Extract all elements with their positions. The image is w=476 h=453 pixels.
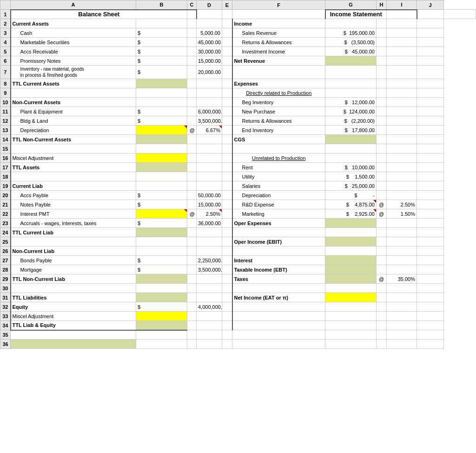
ttl-liabilities-label: TTL Liabilities xyxy=(11,293,136,302)
r31-ce xyxy=(222,293,232,302)
r4-ce xyxy=(222,38,232,47)
r18-ca xyxy=(11,172,136,181)
r2-cb xyxy=(136,19,187,28)
unrelated-label: Unrelated to Production xyxy=(232,153,325,163)
bldg-value: 3,500,000.00 xyxy=(197,116,222,126)
r8-ch xyxy=(377,79,387,88)
r14-cb xyxy=(136,135,187,144)
r22-ch-at: @ xyxy=(377,209,387,219)
col-a-header: A xyxy=(11,0,136,10)
r12-cg: $ (2,200.00) xyxy=(325,116,377,126)
r15-ce xyxy=(222,144,232,153)
r23-cc xyxy=(187,219,197,228)
r18-ci xyxy=(387,172,417,181)
r1-ce xyxy=(232,10,325,19)
r34-cd xyxy=(197,321,222,330)
r11-ce xyxy=(222,107,232,116)
rn-32: 32 xyxy=(0,302,11,312)
rn-20: 20 xyxy=(0,191,11,200)
r27-ch xyxy=(377,256,387,265)
col-j-header: J xyxy=(417,0,444,10)
r9-ca xyxy=(11,88,136,98)
r14-ci xyxy=(387,135,417,144)
rn-9: 9 xyxy=(0,88,11,98)
r13-ci xyxy=(387,126,417,135)
r17-cg: $ 10,000.00 xyxy=(325,163,377,172)
net-revenue-label: Net Revenue xyxy=(232,56,325,66)
r3-ch xyxy=(377,28,387,38)
row-9: 9 Directly related to Production xyxy=(0,88,476,98)
r13-cb-yellow xyxy=(136,126,187,135)
r33-cj xyxy=(417,312,444,321)
ttl-current-liab-label: TTL Current Liab xyxy=(11,228,136,237)
r25-ce xyxy=(222,237,232,246)
row-34: 34 TTL Liab & Equity xyxy=(0,321,476,330)
r35-ch xyxy=(377,330,387,340)
row-15: 15 xyxy=(0,144,476,153)
rn-7: 7 xyxy=(0,66,11,79)
net-income-label: Net Income (EAT or π) xyxy=(232,293,325,302)
r3-cb-dollar: $ xyxy=(136,28,187,38)
r9-cb xyxy=(136,88,187,98)
row-8: 8 TTL Current Assets Expenses xyxy=(0,79,476,88)
r7-ce xyxy=(222,66,232,79)
oper-expenses-label: Oper Expenses xyxy=(232,219,325,228)
r18-cc xyxy=(187,172,197,181)
rd-expense-label: R&D Expense xyxy=(232,200,325,209)
expenses-label: Expenses xyxy=(232,79,325,88)
r31-ci xyxy=(387,293,417,302)
current-assets-label: Current Assets xyxy=(11,19,136,28)
col-d-header: D xyxy=(197,0,222,10)
rn-1: 1 xyxy=(0,10,11,19)
r12-ce xyxy=(222,116,232,126)
directly-related-label: Directly related to Production xyxy=(232,88,325,98)
r13-cc-at: @ xyxy=(187,126,197,135)
row-22: 22 Interest PMT @ 2.50% Marketing $ 2,92… xyxy=(0,209,476,219)
r2-ch xyxy=(377,19,387,28)
r8-cg xyxy=(325,79,377,88)
r14-cd xyxy=(197,135,222,144)
r33-cd xyxy=(197,312,222,321)
row-13: 13 Depreciation @ 6.67% End Inventory $ … xyxy=(0,126,476,135)
row-3: 3 Cash $ 5,000.00 Sales Revenue $ 195,00… xyxy=(0,28,476,38)
row-21: 21 Notes Payble $ 15,000.00 R&D Expense … xyxy=(0,200,476,209)
r3-ci xyxy=(387,28,417,38)
r14-cg xyxy=(325,135,377,144)
r35-cd xyxy=(197,330,222,340)
row-24: 24 TTL Current Liab xyxy=(0,228,476,237)
r16-ce xyxy=(222,153,232,163)
row-36: 36 xyxy=(0,340,476,349)
r16-ci xyxy=(387,153,417,163)
rn-12: 12 xyxy=(0,116,11,126)
rn-35: 35 xyxy=(0,330,11,340)
r34-ci xyxy=(387,321,417,330)
plant-label: Plant & Equipment xyxy=(11,107,136,116)
rn-16: 16 xyxy=(0,153,11,163)
r16-ch xyxy=(377,153,387,163)
invest-income-label: Investment Income xyxy=(232,47,325,56)
accruals-label: Accruals - wages, interests, taxes xyxy=(11,219,136,228)
bldg-label: Bldg & Land xyxy=(11,116,136,126)
r20-ci xyxy=(387,191,417,200)
r35-cb xyxy=(136,330,187,340)
r8-cj xyxy=(417,79,444,88)
r31-cd xyxy=(197,293,222,302)
r30-cd xyxy=(197,284,222,293)
r8-ci xyxy=(387,79,417,88)
r17-ci xyxy=(387,163,417,172)
r1-cb xyxy=(187,10,197,19)
r23-ce xyxy=(222,219,232,228)
row-1: 1 Balance Sheet Income Statement xyxy=(0,10,476,19)
r13-ce xyxy=(222,126,232,135)
r12-cb: $ xyxy=(136,116,187,126)
rn-10: 10 xyxy=(0,98,11,107)
returns-allow2-label: Returns & Allowances xyxy=(232,116,325,126)
r36-cc xyxy=(187,340,197,349)
balance-sheet-title: Balance Sheet xyxy=(11,10,187,19)
r22-cc-at: @ xyxy=(187,209,197,219)
r28-ce xyxy=(222,265,232,274)
row-31: 31 TTL Liabilities Net Income (EAT or π) xyxy=(0,293,476,302)
r34-cc xyxy=(187,321,197,330)
miscel-adj-label: Miscel Adjustment xyxy=(11,153,136,163)
r28-ci xyxy=(387,265,417,274)
